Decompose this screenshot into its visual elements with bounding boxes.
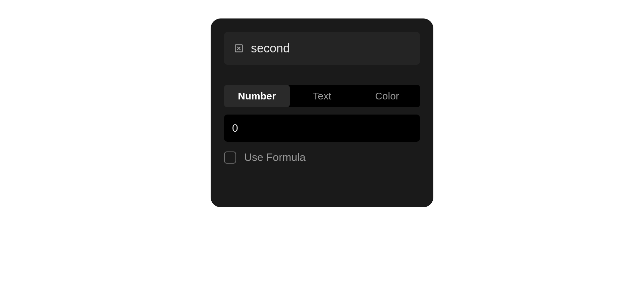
tab-text[interactable]: Text xyxy=(290,85,354,107)
field-name-input[interactable] xyxy=(251,41,410,55)
use-formula-row: Use Formula xyxy=(224,151,420,164)
variable-icon xyxy=(234,44,244,53)
tab-color[interactable]: Color xyxy=(354,85,420,107)
value-input[interactable] xyxy=(224,115,420,142)
variable-editor-panel: Number Text Color Use Formula xyxy=(211,18,433,207)
use-formula-checkbox[interactable] xyxy=(224,152,236,164)
field-name-row xyxy=(224,32,420,65)
tab-number[interactable]: Number xyxy=(224,85,290,107)
use-formula-label[interactable]: Use Formula xyxy=(244,151,306,164)
type-tabs: Number Text Color xyxy=(224,85,420,107)
